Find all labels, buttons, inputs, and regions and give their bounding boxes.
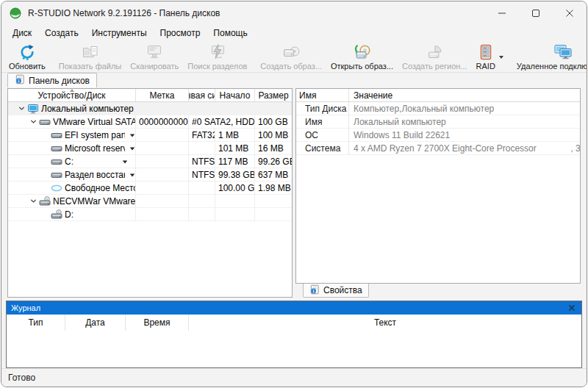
disk-row-6[interactable]: Свободное Место13100.00 GB1.98 MB <box>8 182 292 195</box>
toolbar: ОбновитьПоказать файлыСканироватьПоиск р… <box>1 41 587 73</box>
partition-dropdown-icon[interactable] <box>129 146 135 151</box>
label-cell <box>136 142 189 155</box>
toolbar-button-label: Удаленное подключение <box>517 62 587 71</box>
fs-cell <box>189 182 215 195</box>
property-name: Система <box>296 142 349 155</box>
maximize-button[interactable] <box>519 1 553 25</box>
status-bar: Готово <box>1 368 587 387</box>
toolbar-button-create-image[interactable]: Создать образ... <box>256 41 326 72</box>
info-sheet-icon <box>309 284 320 297</box>
dropdown-arrow-icon[interactable] <box>499 56 503 59</box>
property-value: 4 x AMD Ryzen 7 2700X Eight-Core Process… <box>349 142 580 155</box>
toolbar-button-refresh[interactable]: Обновить <box>4 41 50 72</box>
toolbar-button-show-files[interactable]: Показать файлы <box>54 41 126 72</box>
size-cell: 100 GB <box>255 115 292 129</box>
properties-column-header-1[interactable]: Значение <box>349 89 580 102</box>
minimize-button[interactable] <box>485 1 519 25</box>
journal-column-header-1[interactable]: Дата <box>65 315 126 331</box>
computer-icon <box>26 103 40 115</box>
partition-dropdown-icon[interactable] <box>122 159 128 165</box>
journal-header: ТипДатаВремяТекст <box>7 315 581 331</box>
toolbar-button-scan[interactable]: Сканировать <box>126 41 183 72</box>
disk-row-1[interactable]: VMware Virtual SATA Ha...0000000000000..… <box>8 115 292 129</box>
toolbar-button-raid[interactable]: RAID <box>472 41 508 72</box>
start-cell: 1 MB <box>215 129 255 142</box>
property-row-3[interactable]: Система4 x AMD Ryzen 7 2700X Eight-Core … <box>296 142 580 155</box>
journal-column-header-0[interactable]: Тип <box>7 315 65 331</box>
create-region-icon <box>425 43 444 61</box>
menu-item-1[interactable]: Создать <box>38 26 85 40</box>
window-title: R-STUDIO Network 9.2.191126 - Панель дис… <box>28 8 220 18</box>
start-cell: 99.38 GB <box>215 168 255 182</box>
disk-column-header-1[interactable]: Метка <box>136 89 189 102</box>
disk-row-2[interactable]: EFI system partitionFAT321 MB100 MB <box>8 129 292 142</box>
disk-row-8[interactable]: D: <box>8 208 292 221</box>
fs-cell <box>189 208 215 221</box>
toolbar-button-remote-connection[interactable]: Удаленное подключение <box>512 41 587 72</box>
disk-column-header-3[interactable]: Начало <box>215 89 255 102</box>
property-name: ОС <box>296 129 349 142</box>
window-controls <box>485 1 587 25</box>
start-cell: 101 MB <box>215 142 255 155</box>
workspace: Устройство/ДискМетказвая сиНачалоРазмер … <box>1 87 587 298</box>
toolbar-button-label: Создать образ... <box>260 62 322 71</box>
device-name: VMware Virtual SATA Ha... <box>53 117 135 127</box>
disk-row-0[interactable]: Локальный компьютер <box>8 102 292 115</box>
device-cell: Раздел восстановл... <box>8 168 136 182</box>
chevron-down-icon[interactable] <box>29 118 38 125</box>
disk-row-3[interactable]: Microsoft reserved ...101 MB16 MB <box>8 142 292 155</box>
menu-item-0[interactable]: Диск <box>6 26 38 40</box>
size-cell: 100 MB <box>255 129 292 142</box>
journal-column-header-3[interactable]: Текст <box>189 315 581 331</box>
disk-column-header-0[interactable]: Устройство/Диск <box>8 89 136 102</box>
start-cell <box>215 208 255 221</box>
journal-column-header-2[interactable]: Время <box>126 315 189 331</box>
menu-item-2[interactable]: Инструменты <box>85 26 154 40</box>
device-name: Свободное Место13 <box>65 183 135 193</box>
tab-properties-label: Свойства <box>323 285 362 295</box>
menu-item-4[interactable]: Помощь <box>207 26 254 40</box>
tab-properties[interactable]: Свойства <box>303 284 369 298</box>
disk-row-7[interactable]: NECVMWar VMware SA... <box>8 195 292 208</box>
property-row-0[interactable]: Тип ДискаКомпьютер,Локальный компьютер <box>296 102 580 115</box>
property-row-2[interactable]: ОСWindows 11 Build 22621 <box>296 129 580 142</box>
size-cell: 16 MB <box>255 142 292 155</box>
fs-start-cell: #0 SATA2, HDD <box>189 115 255 129</box>
tab-disk-panel[interactable]: Панель дисков <box>7 73 97 87</box>
device-cell: Свободное Место13 <box>8 182 136 195</box>
label-cell: 0000000000000... <box>136 115 189 129</box>
show-files-icon <box>81 43 100 61</box>
journal-close-icon[interactable] <box>567 303 577 313</box>
label-cell <box>136 195 189 208</box>
journal-title-bar[interactable]: Журнал <box>7 301 581 315</box>
property-row-1[interactable]: ИмяЛокальный компьютер <box>296 115 580 129</box>
partition-dropdown-icon[interactable] <box>129 172 135 178</box>
find-partitions-icon <box>208 43 227 61</box>
fs-cell <box>189 195 215 208</box>
partition-dropdown-icon[interactable] <box>129 132 135 138</box>
properties-panel: ИмяЗначение Тип ДискаКомпьютер,Локальный… <box>295 88 581 284</box>
disk-row-5[interactable]: Раздел восстановл...NTFS99.38 GB637 MB <box>8 168 292 182</box>
device-cell: EFI system partition <box>8 129 136 142</box>
chevron-down-icon[interactable] <box>29 198 38 204</box>
size-cell <box>255 208 292 221</box>
toolbar-button-find-partitions[interactable]: Поиск разделов <box>183 41 251 72</box>
menu-item-3[interactable]: Просмотр <box>154 26 207 40</box>
properties-column-header-0[interactable]: Имя <box>296 89 349 102</box>
device-cell: Microsoft reserved ... <box>8 142 136 155</box>
toolbar-button-open-image[interactable]: Открыть образ... <box>326 41 398 72</box>
device-name: NECVMWar VMware SA... <box>53 196 135 206</box>
toolbar-button-label: Сканировать <box>130 62 179 71</box>
chevron-down-icon[interactable] <box>17 105 26 112</box>
disk-column-header-4[interactable]: Размер <box>255 89 292 102</box>
toolbar-button-create-region[interactable]: Создать регион... <box>398 41 472 72</box>
disk-row-4[interactable]: C:NTFS117 MB99.26 GB <box>8 155 292 168</box>
properties-column: ИмяЗначение Тип ДискаКомпьютер,Локальный… <box>295 88 581 298</box>
fs-cell <box>189 142 215 155</box>
disk-tree-rows: Локальный компьютерVMware Virtual SATA H… <box>8 102 292 221</box>
close-button[interactable] <box>553 1 587 25</box>
start-cell: 117 MB <box>215 155 255 168</box>
journal-title: Журнал <box>11 303 40 312</box>
size-cell <box>255 195 292 208</box>
disk-column-header-2[interactable]: звая си <box>189 89 215 102</box>
